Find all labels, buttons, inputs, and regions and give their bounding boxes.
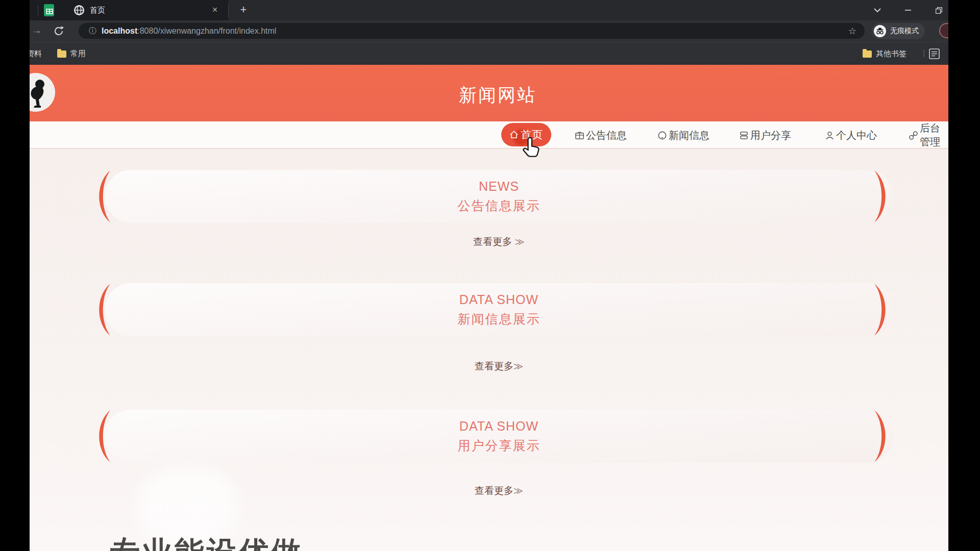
- reading-list-icon[interactable]: [929, 48, 940, 59]
- news-see-more-link[interactable]: 查看更多≫: [105, 360, 893, 373]
- tab-strip-background: [229, 0, 948, 20]
- link-icon: [909, 131, 918, 140]
- url-host: localhost: [102, 27, 137, 36]
- home-icon: [509, 130, 519, 139]
- tab-edge-divider: [228, 3, 229, 17]
- main-nav: 首页 公告信息 新闻信息: [30, 121, 948, 149]
- site-header: 新闻网站: [30, 65, 948, 121]
- bookmark-ziliao[interactable]: 资料: [30, 42, 42, 65]
- card-left-crescent: [94, 282, 112, 338]
- incognito-icon: [874, 25, 886, 37]
- site-info-icon[interactable]: ⓘ: [89, 26, 96, 36]
- new-tab-button[interactable]: +: [236, 3, 251, 17]
- nav-item-news[interactable]: 新闻信息: [657, 121, 709, 149]
- watermark-blob: [150, 479, 226, 536]
- card-left-crescent: [94, 168, 112, 224]
- screen: 首页 × + → ⓘ: [0, 0, 980, 551]
- browser-toolbar: → ⓘ localhost:8080/xiwenwangzhan/front/i…: [30, 20, 948, 42]
- bookmark-label: 常用: [70, 49, 86, 59]
- news-banner-card[interactable]: DATA SHOW 新闻信息展示: [105, 283, 893, 336]
- incognito-badge: 无痕模式: [872, 23, 925, 39]
- nav-item-user-share[interactable]: 用户分享: [739, 121, 791, 149]
- bookmarks-bar: 资料 常用 其他书签 |: [30, 42, 948, 65]
- card-title-zh: 用户分享展示: [458, 437, 541, 454]
- user-icon: [825, 131, 835, 140]
- address-bar[interactable]: ⓘ localhost:8080/xiwenwangzhan/front/ind…: [79, 23, 865, 39]
- announcements-see-more-link[interactable]: 查看更多 ≫: [105, 235, 893, 248]
- card-title-zh: 新闻信息展示: [458, 311, 541, 328]
- pinned-tab-sheets-icon[interactable]: [42, 4, 56, 17]
- window-minimize-button[interactable]: [901, 4, 915, 16]
- announcement-icon: [575, 131, 584, 140]
- bookmark-star-icon[interactable]: ☆: [848, 26, 856, 37]
- bookmark-folder-changyong[interactable]: 常用: [57, 42, 86, 65]
- profile-avatar[interactable]: [939, 23, 948, 38]
- nav-label: 个人中心: [836, 129, 877, 142]
- nav-label: 后台管理: [920, 121, 948, 149]
- card-right-crescent: [873, 408, 890, 464]
- url-path: :8080/xiwenwangzhan/front/index.html: [137, 27, 276, 36]
- card-title-en: NEWS: [479, 179, 519, 194]
- forward-button[interactable]: →: [32, 24, 42, 36]
- card-left-crescent: [94, 408, 112, 464]
- nav-item-personal-center[interactable]: 个人中心: [825, 121, 877, 149]
- nav-item-admin[interactable]: 后台管理: [909, 121, 948, 149]
- browser-window: 首页 × + → ⓘ: [30, 0, 948, 551]
- other-bookmarks-button[interactable]: 其他书签: [863, 42, 906, 65]
- incognito-label: 无痕模式: [890, 27, 919, 36]
- card-title-en: DATA SHOW: [459, 419, 538, 434]
- tab-close-icon[interactable]: ×: [209, 4, 220, 15]
- card-right-crescent: [873, 168, 890, 224]
- footer-heading: 专业能设优做: [110, 533, 303, 551]
- tab-favicon-globe-icon: [73, 4, 85, 16]
- tab-title: 首页: [90, 6, 105, 15]
- window-restore-button[interactable]: [932, 4, 945, 16]
- share-icon: [739, 131, 749, 140]
- reload-button[interactable]: [53, 26, 64, 37]
- mouse-cursor-hand: [521, 136, 541, 159]
- tab-search-chevron-icon[interactable]: [871, 4, 884, 16]
- nav-label: 新闻信息: [669, 129, 709, 142]
- folder-icon: [863, 51, 872, 58]
- pinned-tab-divider: [38, 5, 38, 15]
- nav-item-announcements[interactable]: 公告信息: [575, 121, 627, 149]
- card-title-zh: 公告信息展示: [458, 197, 541, 214]
- bookmarks-divider: |: [923, 48, 925, 58]
- folder-icon: [57, 51, 66, 58]
- nav-label: 用户分享: [750, 129, 791, 142]
- user-share-banner-card[interactable]: DATA SHOW 用户分享展示: [105, 410, 893, 463]
- other-bookmarks-label: 其他书签: [876, 49, 906, 59]
- tab-strip: 首页 × +: [30, 0, 948, 20]
- nav-label: 公告信息: [586, 129, 627, 142]
- card-right-crescent: [873, 282, 890, 338]
- news-icon: [657, 131, 667, 140]
- card-title-en: DATA SHOW: [459, 292, 538, 307]
- announcements-banner-card[interactable]: NEWS 公告信息展示: [105, 170, 893, 223]
- bookmark-label: 资料: [30, 49, 42, 59]
- site-title: 新闻网站: [30, 83, 948, 107]
